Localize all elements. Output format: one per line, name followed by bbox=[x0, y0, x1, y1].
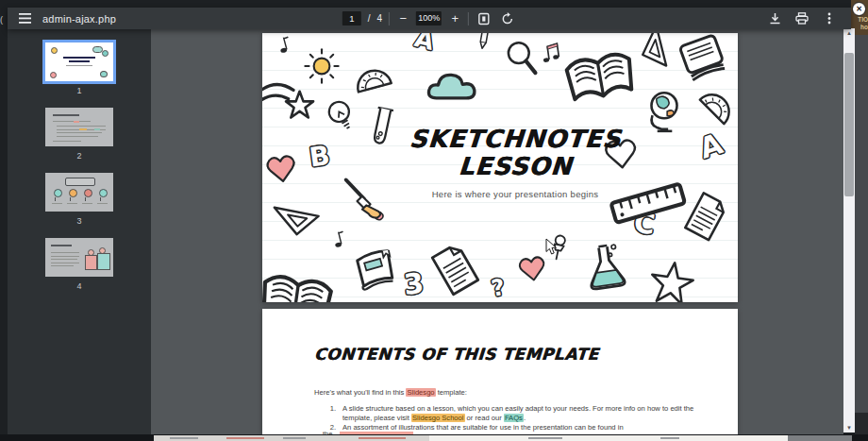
thumbnail-image-1[interactable] bbox=[45, 42, 113, 81]
thumb-art bbox=[66, 65, 92, 66]
toolbar-divider bbox=[389, 12, 390, 25]
page-total: 4 bbox=[377, 13, 383, 24]
doodle-doc-icon bbox=[419, 233, 491, 302]
thumbnail-page-3[interactable]: 3 bbox=[45, 173, 113, 238]
thumbnail-image-3[interactable] bbox=[45, 173, 113, 212]
close-icon[interactable]: ✕ bbox=[852, 2, 866, 16]
thumb-art bbox=[51, 47, 58, 54]
thumb-art bbox=[100, 197, 101, 201]
underlying-page-edge bbox=[855, 35, 868, 413]
slide-title-line2: LESSON bbox=[382, 153, 648, 180]
doodle-pencil-icon bbox=[468, 33, 501, 54]
page2-title: CONTENTS OF THIS TEMPLATE bbox=[313, 345, 599, 364]
thumbnail-image-2[interactable] bbox=[45, 108, 113, 146]
zoom-out-button[interactable]: − bbox=[396, 12, 409, 25]
text-segment: Here's what you'll find in this bbox=[314, 388, 406, 397]
highlighted-link[interactable]: Slidesgo bbox=[406, 388, 435, 397]
thumbnail-sidebar: 1 2 bbox=[8, 29, 151, 434]
underlying-page-fragment: ( bbox=[0, 15, 3, 25]
thumbnail-page-2[interactable]: 2 bbox=[45, 108, 113, 173]
thumb-art bbox=[50, 72, 57, 78]
thumb-art bbox=[85, 255, 97, 270]
highlighted-link[interactable]: FAQs bbox=[504, 414, 524, 422]
thumb-art bbox=[82, 203, 92, 204]
doodle-book-open-icon bbox=[557, 33, 644, 120]
doodle-cloud-icon bbox=[423, 56, 485, 118]
thumb-art bbox=[85, 197, 86, 201]
thumb-art bbox=[57, 136, 98, 137]
rotate-icon[interactable] bbox=[499, 10, 516, 27]
thumb-art bbox=[57, 126, 106, 127]
document-filename: admin-ajax.php bbox=[42, 13, 116, 25]
fit-page-icon[interactable] bbox=[476, 10, 492, 27]
more-options-icon[interactable] bbox=[821, 10, 838, 27]
thumb-art bbox=[74, 121, 79, 123]
thumb-art bbox=[70, 197, 71, 201]
pdf-page-1: AAB3?C SKETCHNOTES LESSON Here is where … bbox=[262, 33, 738, 302]
thumbnail-page-4[interactable]: 4 bbox=[45, 238, 113, 303]
bottom-text-fragment bbox=[226, 437, 264, 439]
thumb-art bbox=[69, 60, 90, 62]
page-scrollbar[interactable]: ▲ ▼ bbox=[843, 28, 855, 433]
slide-subtitle: Here is where your presentation begins bbox=[383, 189, 647, 199]
thumb-art bbox=[100, 71, 108, 77]
bottom-text-fragment bbox=[660, 437, 679, 439]
thumb-art bbox=[55, 197, 56, 201]
menu-icon[interactable] bbox=[16, 10, 33, 27]
bottom-page-strip bbox=[0, 434, 868, 441]
pdf-page-2: CONTENTS OF THIS TEMPLATE Here's what yo… bbox=[262, 309, 738, 434]
doodle-notebook-icon bbox=[342, 236, 408, 301]
bottom-page-fragment bbox=[429, 435, 788, 441]
doodle-pin-icon bbox=[539, 229, 579, 269]
page-number-input[interactable] bbox=[342, 11, 361, 25]
list-item: 1.A slide structure based on a lesson, w… bbox=[323, 404, 723, 422]
thumbnail-label: 4 bbox=[76, 281, 81, 291]
doodle-brush-icon bbox=[338, 175, 389, 226]
doodle-star-icon bbox=[644, 257, 700, 302]
zoom-in-button[interactable]: + bbox=[448, 12, 461, 25]
thumbnail-image-4[interactable] bbox=[45, 238, 113, 277]
zoom-level-input[interactable] bbox=[416, 11, 442, 25]
thumb-art bbox=[51, 245, 72, 246]
doodle-sstar-icon bbox=[262, 73, 321, 135]
thumb-art bbox=[79, 128, 87, 130]
scroll-up-arrow[interactable]: ▲ bbox=[843, 28, 855, 38]
highlighted-link[interactable]: Slidesgo School bbox=[411, 414, 464, 422]
thumb-art bbox=[99, 189, 108, 197]
thumb-art bbox=[102, 50, 108, 57]
doodle-letter: 3 bbox=[402, 266, 425, 301]
text-segment: or read our bbox=[465, 414, 504, 422]
pdf-toolbar: admin-ajax.php / 4 − + bbox=[8, 8, 851, 29]
bottom-text-fragment bbox=[170, 437, 198, 439]
bottom-text-fragment bbox=[359, 437, 406, 439]
text-segment: template: bbox=[436, 388, 467, 397]
print-icon[interactable] bbox=[793, 10, 810, 27]
thumb-art bbox=[65, 178, 95, 186]
thumb-art bbox=[57, 132, 102, 133]
download-icon[interactable] bbox=[766, 10, 783, 27]
thumb-art bbox=[53, 114, 79, 116]
doodle-book-open-icon bbox=[262, 255, 341, 302]
list-item-number: 1. bbox=[323, 404, 336, 422]
pdf-content-area[interactable]: AAB3?C SKETCHNOTES LESSON Here is where … bbox=[151, 29, 843, 434]
doodle-note1-icon bbox=[271, 33, 298, 59]
text-segment: . bbox=[524, 414, 526, 422]
thumb-art bbox=[53, 141, 81, 142]
thumb-art bbox=[63, 57, 95, 59]
scroll-down-arrow[interactable]: ▼ bbox=[843, 423, 855, 433]
scrollbar-thumb[interactable] bbox=[844, 53, 854, 196]
toolbar-divider bbox=[468, 12, 469, 25]
bottom-page-fragment bbox=[788, 435, 852, 441]
page2-list: 1.A slide structure based on a lesson, w… bbox=[323, 404, 723, 433]
thumbnail-label: 1 bbox=[76, 86, 81, 95]
thumb-art bbox=[51, 256, 79, 257]
bottom-text-fragment bbox=[528, 437, 562, 439]
slide-title-block: SKETCHNOTES LESSON Here is where your pr… bbox=[383, 126, 647, 199]
thumbnail-label: 2 bbox=[76, 151, 81, 161]
thumbnail-page-1[interactable]: 1 bbox=[45, 42, 113, 108]
thumb-art bbox=[97, 203, 108, 204]
thumb-art bbox=[84, 189, 92, 197]
thumb-art bbox=[69, 189, 77, 197]
thumbnail-label: 3 bbox=[76, 216, 81, 226]
doodle-letter: ? bbox=[490, 274, 508, 302]
